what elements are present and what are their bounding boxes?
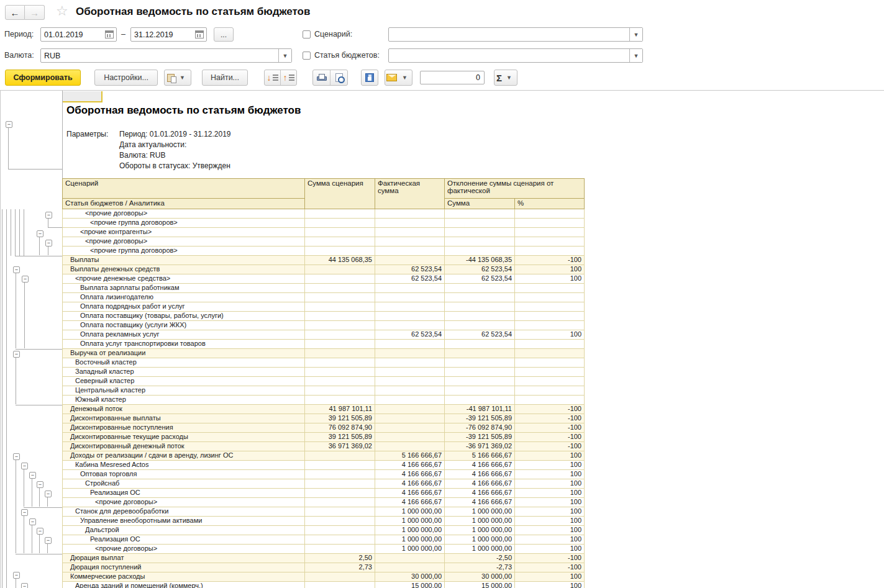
group-collapse-button[interactable]: − (22, 276, 29, 283)
cell-dev[interactable] (445, 312, 515, 321)
chevron-down-icon[interactable]: ▼ (503, 75, 515, 81)
cell-fact[interactable] (375, 302, 445, 312)
cell-pct[interactable] (515, 358, 585, 368)
cell-plan[interactable] (305, 293, 375, 302)
cell-dev[interactable]: 4 166 666,67 (445, 489, 515, 498)
cell-budget-item[interactable]: Денежный поток (62, 405, 305, 414)
cell-dev[interactable]: -36 971 369,02 (445, 442, 515, 451)
active-cell[interactable] (63, 91, 103, 102)
chevron-down-icon[interactable]: ▼ (629, 49, 642, 62)
cell-pct[interactable] (515, 386, 585, 396)
cell-fact[interactable]: 4 166 666,67 (375, 461, 445, 470)
cell-fact[interactable]: 1 000 000,00 (375, 517, 445, 526)
cell-budget-item[interactable]: Выплата зарплаты работникам (62, 284, 305, 293)
cell-fact[interactable]: 4 166 666,67 (375, 489, 445, 498)
cell-plan[interactable] (305, 507, 375, 517)
cell-fact[interactable] (375, 423, 445, 433)
cell-plan[interactable] (305, 349, 375, 358)
budget-item-checkbox[interactable] (303, 52, 311, 60)
cell-dev[interactable] (445, 219, 515, 228)
cell-budget-item[interactable]: <прочие договоры> (62, 498, 305, 507)
cell-budget-item[interactable]: Дисконтированный денежный поток (62, 442, 305, 451)
cell-fact[interactable]: 4 166 666,67 (375, 479, 445, 489)
cell-budget-item[interactable]: Дюрация поступлений (62, 563, 305, 572)
header-deviation-pct[interactable]: % (514, 198, 585, 209)
cell-dev[interactable] (445, 293, 515, 302)
cell-fact[interactable] (375, 293, 445, 302)
cell-fact[interactable]: 62 523,54 (375, 274, 445, 284)
cell-plan[interactable] (305, 265, 375, 274)
print-preview-button[interactable] (330, 73, 347, 82)
cell-fact[interactable] (375, 563, 445, 572)
cell-budget-item[interactable]: Управление внеоборотными активами (62, 517, 305, 526)
counter-input[interactable]: 0 (420, 71, 485, 84)
header-scenario-sum[interactable]: Сумма сценария (304, 178, 375, 209)
cell-plan[interactable] (305, 545, 375, 554)
cell-budget-item[interactable]: Станок для деревообработки (62, 507, 305, 517)
scenario-combo[interactable]: ▼ (388, 27, 643, 42)
cell-dev[interactable]: 1 000 000,00 (445, 517, 515, 526)
cell-plan[interactable] (305, 247, 375, 256)
cell-fact[interactable] (375, 368, 445, 377)
cell-fact[interactable]: 5 166 666,67 (375, 451, 445, 461)
cell-pct[interactable]: 100 (515, 517, 585, 526)
cell-budget-item[interactable]: Оптовая торговля (62, 470, 305, 479)
group-collapse-button[interactable]: − (21, 509, 28, 516)
cell-fact[interactable]: 62 523,54 (375, 330, 445, 340)
cell-fact[interactable] (375, 386, 445, 396)
cell-budget-item[interactable]: Дисконтированные текущие расходы (62, 433, 305, 442)
cell-plan[interactable] (305, 228, 375, 237)
cell-pct[interactable]: -100 (515, 414, 585, 423)
header-deviation[interactable]: Отклонение суммы сценария от фактической (444, 178, 585, 199)
cell-fact[interactable]: 1 000 000,00 (375, 545, 445, 554)
group-collapse-button[interactable]: − (45, 491, 52, 497)
cell-dev[interactable]: 62 523,54 (445, 330, 515, 340)
cell-fact[interactable] (375, 312, 445, 321)
chevron-down-icon[interactable]: ▼ (629, 28, 642, 41)
cell-dev[interactable]: 1 000 000,00 (445, 545, 515, 554)
cell-budget-item[interactable]: Оплата поставщику (товары, работы, услуг… (62, 312, 305, 321)
cell-plan[interactable]: 44 135 068,35 (305, 256, 375, 265)
cell-pct[interactable]: 100 (515, 489, 585, 498)
cell-plan[interactable] (305, 582, 375, 588)
cell-fact[interactable] (375, 228, 445, 237)
cell-pct[interactable]: 100 (515, 507, 585, 517)
cell-budget-item[interactable]: Южный кластер (62, 396, 305, 405)
group-collapse-button[interactable]: − (37, 481, 43, 488)
cell-dev[interactable] (445, 368, 515, 377)
group-collapse-button[interactable]: − (13, 266, 20, 273)
cell-plan[interactable] (305, 340, 375, 349)
group-collapse-button[interactable]: − (21, 463, 28, 469)
cell-fact[interactable]: 15 000,00 (375, 582, 445, 588)
cell-pct[interactable]: -100 (515, 433, 585, 442)
cell-fact[interactable] (375, 340, 445, 349)
save-button[interactable] (361, 70, 378, 86)
cell-budget-item[interactable]: <прочие группа договоров> (62, 219, 305, 228)
cell-pct[interactable]: -100 (515, 554, 585, 563)
cell-plan[interactable]: 36 971 369,02 (305, 442, 375, 451)
cell-dev[interactable] (445, 247, 515, 256)
cell-plan[interactable] (305, 517, 375, 526)
cell-dev[interactable]: 1 000 000,00 (445, 535, 515, 545)
cell-plan[interactable] (305, 377, 375, 386)
cell-pct[interactable] (515, 321, 585, 330)
cell-budget-item[interactable]: Стройснаб (62, 479, 305, 489)
cell-budget-item[interactable]: <прочие денежные средства> (62, 274, 305, 284)
budget-item-combo[interactable]: ▼ (388, 48, 643, 63)
copy-report-button[interactable]: ▼ (164, 70, 191, 86)
cell-plan[interactable] (305, 358, 375, 368)
cell-fact[interactable]: 1 000 000,00 (375, 535, 445, 545)
cell-plan[interactable] (305, 451, 375, 461)
cell-plan[interactable] (305, 461, 375, 470)
header-scenario[interactable]: Сценарий (62, 178, 305, 199)
cell-dev[interactable] (445, 237, 515, 247)
settings-button[interactable]: Настройки... (94, 70, 158, 86)
cell-pct[interactable]: 100 (515, 582, 585, 588)
chevron-down-icon[interactable]: ▼ (176, 75, 188, 81)
cell-plan[interactable] (305, 489, 375, 498)
cell-fact[interactable] (375, 219, 445, 228)
cell-budget-item[interactable]: Реализация ОС (62, 535, 305, 545)
cell-pct[interactable]: 100 (515, 572, 585, 582)
cell-plan[interactable] (305, 526, 375, 535)
cell-pct[interactable] (515, 302, 585, 312)
